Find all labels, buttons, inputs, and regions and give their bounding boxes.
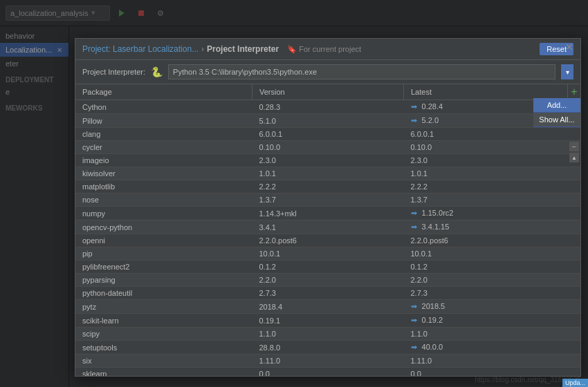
cell-version: 5.1.0 (252, 114, 404, 128)
cell-latest: 10.0.1 (404, 247, 581, 261)
cell-latest: 0.10.0 (404, 141, 581, 154)
cell-package: pyparsing (75, 274, 252, 287)
interpreter-row: Project Interpreter: 🐍 Python 3.5 C:\lib… (75, 60, 580, 84)
cell-version: 1.1.0 (252, 328, 404, 341)
table-row[interactable]: matplotlib2.2.22.2.2 (75, 180, 580, 194)
cell-latest: 2.2.0 (404, 274, 581, 287)
add-package-button[interactable]: + (568, 84, 580, 100)
cell-version: 0.28.3 (252, 100, 404, 114)
add-button[interactable]: Add... (533, 98, 580, 113)
cell-package: kiwisolver (75, 167, 252, 180)
table-row[interactable]: nose1.3.71.3.7 (75, 194, 580, 207)
close-button[interactable]: ✕ (564, 41, 575, 53)
cell-latest: 1.3.7 (404, 194, 581, 207)
cell-latest: 2.2.0.post6 (404, 234, 581, 247)
cell-package: pytz (75, 300, 252, 314)
table-row[interactable]: imageio2.3.02.3.0 (75, 154, 580, 167)
cell-version: 1.0.1 (252, 167, 404, 180)
cell-latest: 2.3.0 (404, 154, 581, 167)
interpreter-label: Project Interpreter: (82, 68, 145, 76)
packages-table-container[interactable]: Package Version Latest + Cython0.28.3➡ 0… (75, 84, 580, 376)
table-row[interactable]: scipy1.1.01.1.0 (75, 328, 580, 341)
table-row[interactable]: numpy1.14.3+mkl➡ 1.15.0rc2 (75, 207, 580, 220)
cell-package: python-dateutil (75, 287, 252, 300)
cell-version: 0.0 (252, 368, 404, 377)
cell-package: setuptools (75, 341, 252, 355)
cell-package: scipy (75, 328, 252, 341)
cell-version: 0.19.1 (252, 314, 404, 328)
table-row[interactable]: setuptools28.8.0➡ 40.0.0 (75, 341, 580, 355)
interpreter-select[interactable]: Python 3.5 C:\library\python3.5\python.e… (168, 64, 555, 79)
table-row[interactable]: pyparsing2.2.02.2.0 (75, 274, 580, 287)
table-row[interactable]: clang6.0.0.16.0.0.1 (75, 128, 580, 141)
table-row[interactable]: pip10.0.110.0.1 (75, 247, 580, 261)
table-row[interactable]: openni2.2.0.post62.2.0.post6 (75, 234, 580, 247)
cell-package: sklearn (75, 368, 252, 377)
cell-version: 1.11.0 (252, 355, 404, 368)
cell-version: 1.3.7 (252, 194, 404, 207)
modal-content: Project Interpreter: 🐍 Python 3.5 C:\lib… (75, 60, 580, 376)
cell-latest: 2.7.3 (404, 287, 581, 300)
cell-version: 2.3.0 (252, 154, 404, 167)
cell-package: Cython (75, 100, 252, 114)
cell-latest: ➡ 1.15.0rc2 (404, 207, 581, 220)
cell-version: 6.0.0.1 (252, 128, 404, 141)
table-row[interactable]: kiwisolver1.0.11.0.1 (75, 167, 580, 180)
cell-package: Pillow (75, 114, 252, 128)
cell-package: six (75, 355, 252, 368)
cell-version: 28.8.0 (252, 341, 404, 355)
cell-version: 2.2.0 (252, 274, 404, 287)
show-all-button[interactable]: Show All... (533, 113, 580, 127)
cell-package: matplotlib (75, 180, 252, 194)
modal-header: Project: Laserbar Localization... › Proj… (75, 39, 580, 60)
cell-package: opencv-python (75, 220, 252, 234)
col-package[interactable]: Package (75, 84, 252, 100)
cell-latest: 0.0 (404, 368, 581, 377)
cell-latest: ➡ 3.4.1.15 (404, 220, 581, 234)
breadcrumb-separator: › (201, 44, 204, 54)
cell-version: 0.1.2 (252, 261, 404, 274)
packages-table: Package Version Latest + Cython0.28.3➡ 0… (75, 84, 580, 376)
cell-version: 2.2.0.post6 (252, 234, 404, 247)
table-row[interactable]: opencv-python3.4.1➡ 3.4.1.15 (75, 220, 580, 234)
breadcrumb-current: Project Interpreter (207, 44, 279, 54)
cell-latest: ➡ 40.0.0 (404, 341, 581, 355)
cell-latest: ➡ 2018.5 (404, 300, 581, 314)
cell-package: imageio (75, 154, 252, 167)
table-row[interactable]: python-dateutil2.7.32.7.3 (75, 287, 580, 300)
cell-latest: 2.2.2 (404, 180, 581, 194)
cell-version: 1.14.3+mkl (252, 207, 404, 220)
cell-package: cycler (75, 141, 252, 154)
up-button[interactable]: ▲ (569, 153, 579, 162)
cell-latest: 0.1.2 (404, 261, 581, 274)
cell-version: 2018.4 (252, 300, 404, 314)
cell-latest: 6.0.0.1 (404, 128, 581, 141)
python-icon: 🐍 (151, 66, 163, 77)
minus-button[interactable]: − (569, 142, 579, 151)
cell-version: 10.0.1 (252, 247, 404, 261)
table-row[interactable]: pytz2018.4➡ 2018.5 (75, 300, 580, 314)
cell-latest: ➡ 0.19.2 (404, 314, 581, 328)
cell-package: clang (75, 128, 252, 141)
table-row[interactable]: Cython0.28.3➡ 0.28.4 (75, 100, 580, 114)
cell-package: scikit-learn (75, 314, 252, 328)
table-row[interactable]: scikit-learn0.19.1➡ 0.19.2 (75, 314, 580, 328)
breadcrumb: Project: Laserbar Localization... › Proj… (82, 44, 540, 54)
table-row[interactable]: six1.11.01.11.0 (75, 355, 580, 368)
cell-package: nose (75, 194, 252, 207)
cell-latest: 1.1.0 (404, 328, 581, 341)
table-row[interactable]: Pillow5.1.0➡ 5.2.0 (75, 114, 580, 128)
table-row[interactable]: cycler0.10.00.10.0 (75, 141, 580, 154)
breadcrumb-sub: 🔖 For current project (287, 45, 361, 54)
cell-version: 0.10.0 (252, 141, 404, 154)
side-buttons: − ▲ (568, 139, 580, 165)
breadcrumb-parent[interactable]: Project: Laserbar Localization... (82, 44, 199, 54)
col-version[interactable]: Version (252, 84, 404, 100)
table-row[interactable]: sklearn0.00.0 (75, 368, 580, 377)
select-arrow[interactable]: ▾ (561, 64, 573, 79)
table-row[interactable]: pylibfreenect20.1.20.1.2 (75, 261, 580, 274)
action-panel: Add... Show All... (533, 98, 580, 127)
cell-version: 2.2.2 (252, 180, 404, 194)
cell-version: 3.4.1 (252, 220, 404, 234)
project-interpreter-dialog: Project: Laserbar Localization... › Proj… (75, 38, 581, 377)
